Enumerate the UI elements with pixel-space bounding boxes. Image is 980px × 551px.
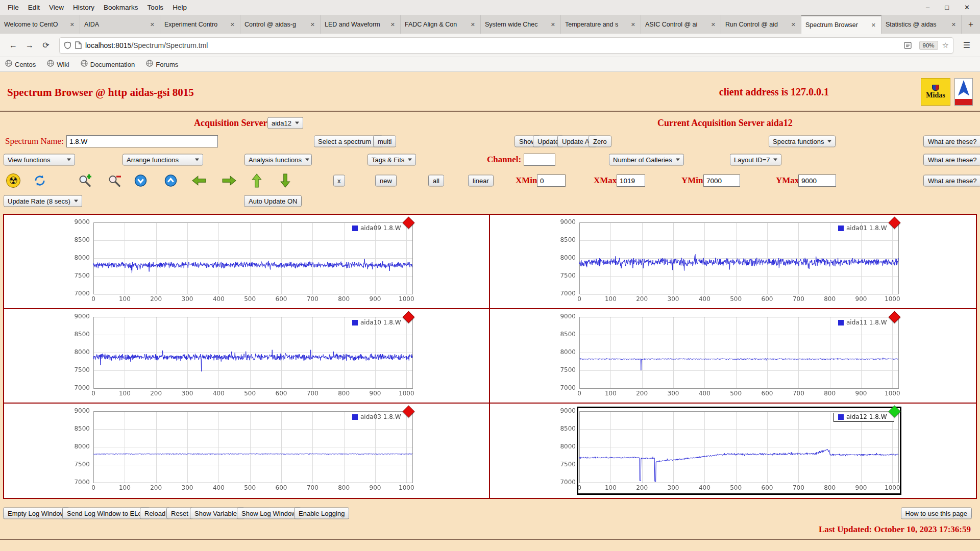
layout-id-dropdown[interactable]: Layout ID=7 [730,154,781,166]
arrow-left-icon[interactable] [192,176,206,186]
tags-fits-dropdown[interactable]: Tags & Fits [368,154,416,166]
zoom-in-icon[interactable] [78,174,92,188]
close-icon[interactable]: ✕ [870,21,877,30]
close-icon[interactable]: ✕ [950,20,957,29]
zero-button[interactable]: Zero [589,136,611,147]
close-icon[interactable]: ✕ [790,20,797,29]
close-icon[interactable]: ✕ [470,20,476,29]
url-bar[interactable]: localhost:8015/Spectrum/Spectrum.tml 90%… [59,37,953,54]
ymin-input[interactable] [703,174,740,187]
tab-asic-control[interactable]: ASIC Control @ ai✕ [641,15,721,34]
menu-tools[interactable]: Tools [143,1,168,14]
view-functions-dropdown[interactable]: View functions [4,154,75,166]
y-compress-icon[interactable] [164,174,177,187]
multi-button[interactable]: multi [373,136,396,147]
bookmark-star-icon[interactable]: ☆ [942,41,949,50]
tab-aida[interactable]: AIDA✕ [80,15,160,34]
tab-temperature[interactable]: Temperature and s✕ [561,15,641,34]
y-expand-icon[interactable] [134,174,147,187]
channel-input[interactable] [524,154,555,166]
spectrum-panel-aida03[interactable] [4,404,490,498]
number-of-galleries-dropdown[interactable]: Number of Galleries [609,154,684,166]
spectrum-panel-aida10[interactable] [4,309,490,404]
zoom-level-badge[interactable]: 90% [919,41,938,50]
show-log-window-button[interactable]: Show Log Window [237,508,301,519]
spectra-functions-dropdown[interactable]: Spectra functions [769,136,836,147]
navigation-bar: ← → ⟳ localhost:8015/Spectrum/Spectrum.t… [0,34,980,57]
hamburger-menu-icon[interactable]: ☰ [959,37,975,54]
close-icon[interactable]: ✕ [389,20,396,29]
arrow-up-icon[interactable] [252,173,262,188]
menu-help[interactable]: Help [168,1,191,14]
new-tab-button[interactable]: + [962,15,980,34]
ymax-input[interactable] [798,174,836,187]
close-icon[interactable]: ✕ [229,20,236,29]
close-icon[interactable]: ✕ [550,20,556,29]
url-text[interactable]: localhost:8015/Spectrum/Spectrum.tml [85,41,904,49]
menu-view[interactable]: View [44,1,68,14]
send-log-to-elog-button[interactable]: Send Log Window to ELog [62,508,150,519]
maximize-icon[interactable]: □ [945,4,949,11]
menu-bookmarks[interactable]: Bookmarks [99,1,143,14]
tab-statistics[interactable]: Statistics @ aidas✕ [881,15,962,34]
close-icon[interactable]: ✕ [630,20,636,29]
what-are-these-button[interactable]: What are these? [923,136,980,147]
shield-icon[interactable] [64,41,71,49]
tab-welcome-centos[interactable]: Welcome to CentO✕ [0,15,80,34]
acquisition-server-dropdown[interactable]: aida12 [267,117,303,129]
update-rate-dropdown[interactable]: Update Rate (8 secs) [4,195,82,207]
xmin-input[interactable] [537,174,566,187]
spectrum-panel-aida09[interactable] [4,215,490,309]
tab-experiment-control[interactable]: Experiment Contro✕ [160,15,240,34]
what-are-these-button[interactable]: What are these? [923,154,980,166]
close-icon[interactable]: ✕ [309,20,316,29]
arrow-right-icon[interactable] [222,176,236,186]
all-button[interactable]: all [428,175,444,187]
reset-button[interactable]: Reset [166,508,193,519]
close-window-icon[interactable]: ✕ [964,4,970,11]
tab-spectrum-browser[interactable]: Spectrum Browser✕ [801,15,881,34]
tab-fadc-align[interactable]: FADC Align & Con✕ [401,15,481,34]
analysis-functions-dropdown[interactable]: Analysis functions [244,154,312,166]
reload-icon[interactable]: ⟳ [38,37,54,54]
tab-system-wide-check[interactable]: System wide Chec✕ [481,15,561,34]
bookmark-documentation[interactable]: Documentation [81,60,135,69]
select-spectrum-dropdown[interactable]: Select a spectrum [314,136,383,147]
reload-button[interactable]: Reload [140,508,170,519]
close-icon[interactable]: ✕ [710,20,717,29]
radiation-icon[interactable]: ☢ [6,173,20,188]
menu-history[interactable]: History [68,1,99,14]
back-icon[interactable]: ← [5,37,21,54]
empty-log-window-button[interactable]: Empty Log Window [3,508,69,519]
enable-logging-button[interactable]: Enable Logging [294,508,349,519]
close-icon[interactable]: ✕ [69,20,76,29]
auto-update-button[interactable]: Auto Update ON [244,195,302,207]
bookmark-wiki[interactable]: Wiki [47,60,69,69]
bookmark-forums[interactable]: Forums [146,60,178,69]
x-button[interactable]: x [333,175,345,187]
spectrum-panel-aida01[interactable] [490,215,976,309]
arrow-down-icon[interactable] [280,173,290,188]
spectrum-panel-aida11[interactable] [490,309,976,404]
forward-icon[interactable]: → [21,37,38,54]
spectrum-name-input[interactable] [66,135,218,147]
close-icon[interactable]: ✕ [149,20,156,29]
linear-button[interactable]: linear [468,175,494,187]
zoom-out-icon[interactable] [108,174,121,188]
minimize-icon[interactable]: – [926,4,929,11]
how-to-use-button[interactable]: How to use this page [901,508,972,519]
refresh-icon[interactable] [33,174,46,187]
tab-run-control[interactable]: Run Control @ aid✕ [721,15,801,34]
menu-edit[interactable]: Edit [23,1,44,14]
bookmark-centos[interactable]: Centos [5,60,36,69]
page-info-icon[interactable] [75,41,82,49]
reader-mode-icon[interactable] [904,42,912,49]
spectrum-panel-aida12[interactable] [490,404,976,498]
tab-control-aidas[interactable]: Control @ aidas-g✕ [240,15,321,34]
arrange-functions-dropdown[interactable]: Arrange functions [122,154,203,166]
new-button[interactable]: new [375,175,397,187]
tab-led-waveform[interactable]: LED and Waveform✕ [321,15,401,34]
xmax-input[interactable] [617,174,645,187]
menu-file[interactable]: File [3,1,23,14]
what-are-these-button[interactable]: What are these? [923,175,980,187]
